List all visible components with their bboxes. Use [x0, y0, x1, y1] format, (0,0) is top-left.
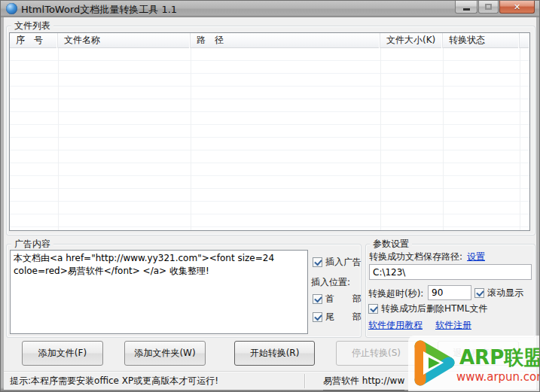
minimize-button[interactable]	[455, 1, 477, 14]
watermark-url: www.arpun.com	[456, 370, 540, 384]
status-site-link[interactable]: 易营软件 http://ww	[323, 372, 404, 390]
delete-html-checkbox[interactable]: 转换成功后删除HTML文件	[368, 302, 487, 315]
save-path-label: 转换成功文档保存路径:	[369, 251, 462, 263]
column-header-status[interactable]: 转换状态	[443, 33, 520, 48]
window-title: HtmlToWord文档批量转换工具 1.1	[21, 3, 177, 17]
maximize-button[interactable]	[478, 1, 499, 14]
delete-html-label: 转换成功后删除HTML文件	[381, 302, 487, 315]
checkbox-checked-icon	[313, 312, 322, 322]
window-frame-right	[536, 17, 539, 390]
app-window: HtmlToWord文档批量转换工具 1.1 ✕ 文件列表 序 号 文件名称 路…	[0, 0, 540, 392]
scroll-display-checkbox[interactable]: 滚动显示	[474, 287, 523, 299]
column-header-filename[interactable]: 文件名称	[58, 33, 191, 48]
ad-textarea-border: 本文档由<a href="http://www.yy321.com"><font…	[10, 250, 308, 334]
timeout-label: 转换超时(秒):	[368, 287, 423, 300]
maximize-icon	[485, 4, 492, 10]
register-link[interactable]: 软件注册	[435, 319, 471, 332]
add-file-button[interactable]: 添加文件(F)	[22, 341, 103, 366]
save-path-input[interactable]	[369, 264, 532, 280]
column-header-path[interactable]: 路 径	[191, 33, 380, 48]
column-separator	[58, 48, 59, 230]
globe-icon	[6, 3, 17, 14]
insert-head-checkbox[interactable]: 首 部	[313, 293, 362, 305]
column-header-spare	[520, 33, 529, 48]
settings-group-label: 参数设置	[370, 239, 412, 250]
watermark-title: ARP联盟	[459, 345, 540, 371]
insert-head-label: 首 部	[325, 293, 362, 305]
ad-content-input[interactable]: 本文档由<a href="http://www.yy321.com"><font…	[11, 251, 307, 333]
scroll-display-label: 滚动显示	[487, 287, 523, 299]
insert-tail-checkbox[interactable]: 尾 部	[313, 311, 362, 324]
start-convert-button[interactable]: 开始转换(R)	[234, 341, 315, 366]
close-icon: ✕	[514, 2, 520, 12]
stop-convert-button[interactable]: 停止转换(S)	[336, 341, 416, 366]
window-frame-left	[1, 17, 4, 390]
checkbox-checked-icon	[368, 304, 378, 314]
file-table-header: 序 号 文件名称 路 径 文件大小(K) 转换状态	[10, 33, 529, 48]
checkbox-checked-icon	[474, 288, 484, 298]
insert-ad-label: 插入广告	[325, 256, 362, 269]
tutorial-link[interactable]: 软件使用教程	[368, 319, 423, 332]
close-button[interactable]: ✕	[499, 1, 535, 14]
column-separator	[191, 48, 191, 230]
file-table: 序 号 文件名称 路 径 文件大小(K) 转换状态	[9, 32, 530, 231]
add-folder-button[interactable]: 添加文件夹(W)	[124, 341, 206, 366]
checkbox-checked-icon	[313, 257, 322, 267]
insert-position-label: 插入位置:	[311, 276, 350, 289]
column-separator	[443, 48, 444, 230]
ad-group-label: 广告内容	[11, 239, 53, 250]
insert-tail-label: 尾 部	[325, 311, 362, 324]
status-tip: 提示:本程序需要安装office XP或更高版本才可运行!	[10, 372, 218, 390]
column-header-index[interactable]: 序 号	[10, 33, 58, 48]
checkbox-checked-icon	[313, 294, 322, 304]
column-separator	[380, 48, 381, 230]
column-separator	[520, 48, 520, 230]
set-path-link[interactable]: 设置	[467, 251, 485, 263]
column-header-filesize[interactable]: 文件大小(K)	[380, 33, 443, 48]
insert-ad-checkbox[interactable]: 插入广告	[313, 256, 362, 269]
watermark: ARP联盟 www.arpun.com	[408, 336, 540, 392]
status-divider	[304, 374, 305, 388]
minimize-icon	[463, 8, 470, 11]
play-logo-icon	[408, 337, 459, 390]
timeout-input[interactable]	[428, 285, 471, 300]
file-table-body[interactable]	[10, 48, 529, 230]
file-list-group-label: 文件列表	[11, 20, 53, 32]
